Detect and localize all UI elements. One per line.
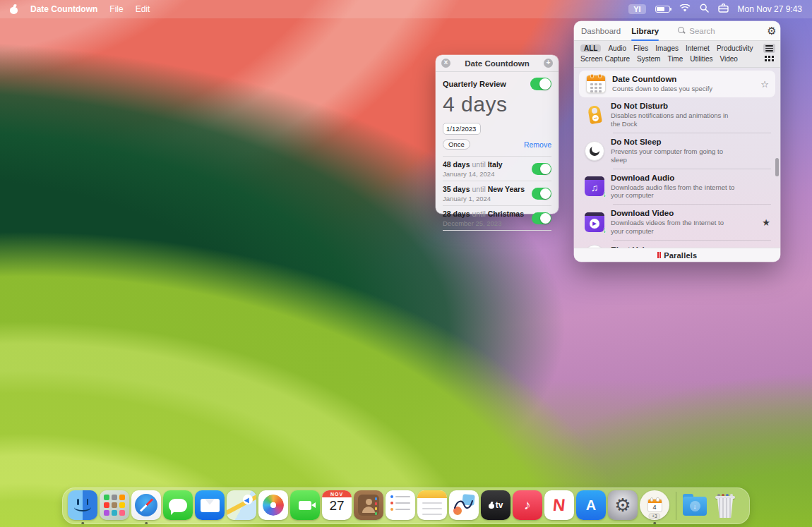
- apple-tv-icon: tv: [481, 490, 511, 520]
- download-arrow-icon: ↓: [602, 225, 607, 235]
- parallels-brand-name: Parallels: [664, 251, 697, 260]
- dock-date-countdown[interactable]: 4 +3: [640, 490, 669, 521]
- remove-link[interactable]: Remove: [524, 140, 551, 149]
- category-all[interactable]: ALL: [580, 44, 601, 52]
- input-source-badge[interactable]: YI: [628, 4, 645, 14]
- calendar-icon: NOV 27: [322, 490, 352, 520]
- eject-volumes-icon: [585, 245, 604, 248]
- date-input[interactable]: [443, 123, 481, 135]
- facetime-icon: [290, 490, 320, 520]
- app-store-icon: A: [576, 490, 606, 520]
- category-productivity[interactable]: Productivity: [717, 44, 753, 52]
- running-indicator: [81, 522, 84, 525]
- dock-trash[interactable]: [715, 490, 744, 521]
- dock-safari[interactable]: [131, 490, 161, 521]
- dock-reminders[interactable]: [386, 490, 415, 521]
- dock-messages[interactable]: [163, 490, 193, 521]
- running-indicator: [653, 522, 656, 525]
- close-icon[interactable]: ×: [441, 59, 450, 68]
- category-utilities[interactable]: Utilities: [690, 55, 712, 63]
- tool-date-countdown[interactable]: Date CountdownCounts down to dates you s…: [579, 71, 775, 97]
- category-files[interactable]: Files: [633, 44, 648, 52]
- dock-freeform[interactable]: [449, 490, 479, 521]
- dock-contacts[interactable]: [354, 490, 383, 521]
- spotlight-search-icon[interactable]: [700, 4, 709, 15]
- toggle-christmas[interactable]: [532, 212, 551, 224]
- freeform-icon: [449, 490, 479, 520]
- menu-edit[interactable]: Edit: [136, 4, 150, 14]
- add-icon[interactable]: +: [544, 59, 553, 68]
- tab-dashboard[interactable]: Dashboard: [581, 21, 621, 41]
- grid-view-icon[interactable]: [765, 56, 774, 61]
- star-outline-icon[interactable]: ☆: [758, 79, 772, 90]
- toggle-italy[interactable]: [532, 163, 551, 175]
- running-indicator: [145, 522, 148, 525]
- repeat-button[interactable]: Once: [443, 139, 470, 150]
- toggle-new-years[interactable]: [532, 188, 551, 200]
- date-countdown-icon: [586, 75, 606, 93]
- list-view-icon[interactable]: [763, 44, 775, 53]
- safari-icon: [131, 490, 161, 520]
- dock-maps[interactable]: [227, 490, 256, 521]
- star-filled-icon[interactable]: ★: [759, 217, 773, 228]
- toolbox-menu-icon[interactable]: [718, 4, 729, 15]
- category-audio[interactable]: Audio: [608, 44, 626, 52]
- category-time[interactable]: Time: [667, 55, 683, 63]
- dock-downloads[interactable]: ↓: [683, 490, 712, 521]
- menu-bar: Date Countdown File Edit YI Mon Nov 27 9…: [0, 0, 812, 18]
- dock-app-store[interactable]: A: [576, 490, 606, 521]
- tool-eject-volumes[interactable]: Eject VolumesEjects volumes mounted on D…: [579, 241, 775, 248]
- search-input[interactable]: [689, 27, 767, 35]
- panel-footer: Parallels: [574, 248, 780, 262]
- category-screen-capture[interactable]: Screen Capture: [580, 55, 630, 63]
- category-internet[interactable]: Internet: [686, 44, 710, 52]
- dock-notes[interactable]: [417, 490, 447, 521]
- do-not-disturb-icon: [587, 105, 602, 125]
- dock-mail[interactable]: [195, 490, 225, 521]
- dock-calendar[interactable]: NOV 27: [322, 490, 352, 521]
- toggle-quarterly-review[interactable]: [530, 78, 551, 90]
- dock-finder[interactable]: [68, 490, 97, 521]
- tool-do-not-disturb[interactable]: Do Not DisturbDisables notifications and…: [579, 97, 775, 133]
- messages-icon: [163, 490, 193, 520]
- dock-photos[interactable]: [258, 490, 288, 521]
- gear-icon[interactable]: ⚙: [767, 25, 776, 36]
- tool-do-not-sleep[interactable]: Do Not SleepPrevents your computer from …: [579, 133, 775, 169]
- category-images[interactable]: Images: [655, 44, 679, 52]
- menu-file[interactable]: File: [109, 4, 123, 14]
- category-system[interactable]: System: [637, 55, 660, 63]
- do-not-sleep-icon: [585, 141, 604, 161]
- parallels-logo-icon: [657, 252, 662, 258]
- days-remaining: 4 days: [443, 92, 551, 116]
- download-video-icon: ▶↓: [585, 212, 604, 232]
- tool-list: Date CountdownCounts down to dates you s…: [574, 68, 780, 248]
- apple-menu-icon[interactable]: [10, 5, 18, 14]
- window-titlebar[interactable]: Date Countdown × +: [436, 55, 559, 72]
- contacts-icon: [354, 490, 383, 520]
- dock-music[interactable]: ♪: [513, 490, 542, 521]
- scrollbar-thumb[interactable]: [775, 158, 779, 176]
- dock-news[interactable]: N: [544, 490, 574, 521]
- event-row-italy[interactable]: 48 days until Italy January 14, 2024: [443, 157, 551, 181]
- menu-clock[interactable]: Mon Nov 27 9:43: [738, 4, 802, 14]
- window-body: Quarterly Review 4 days Once Remove 48 d…: [436, 72, 559, 231]
- event-row-christmas[interactable]: 28 days until Christmas December 25, 202…: [443, 206, 551, 231]
- system-settings-icon: ⚙: [608, 490, 638, 520]
- dock-apple-tv[interactable]: tv: [481, 490, 511, 521]
- panel-header: Dashboard Library ⚙: [574, 21, 780, 41]
- dock-launchpad[interactable]: [100, 490, 129, 521]
- tool-download-video[interactable]: ▶↓ Download VideoDownloads videos from t…: [579, 205, 775, 240]
- news-icon: N: [544, 490, 574, 520]
- event-row-new-years[interactable]: 35 days until New Years January 1, 2024: [443, 181, 551, 206]
- dock-system-settings[interactable]: ⚙: [608, 490, 638, 521]
- wifi-icon[interactable]: [679, 4, 691, 14]
- battery-icon[interactable]: [655, 6, 670, 13]
- menu-app-name[interactable]: Date Countdown: [30, 4, 97, 14]
- dock-facetime[interactable]: [290, 490, 320, 521]
- date-countdown-window: Date Countdown × + Quarterly Review 4 da…: [436, 55, 559, 214]
- tool-download-audio[interactable]: ♫↓ Download AudioDownloads audio files f…: [579, 169, 775, 205]
- tab-library[interactable]: Library: [631, 21, 659, 41]
- music-icon: ♪: [513, 490, 542, 520]
- category-video[interactable]: Video: [720, 55, 737, 63]
- desktop: Date Countdown File Edit YI Mon Nov 27 9…: [0, 0, 812, 527]
